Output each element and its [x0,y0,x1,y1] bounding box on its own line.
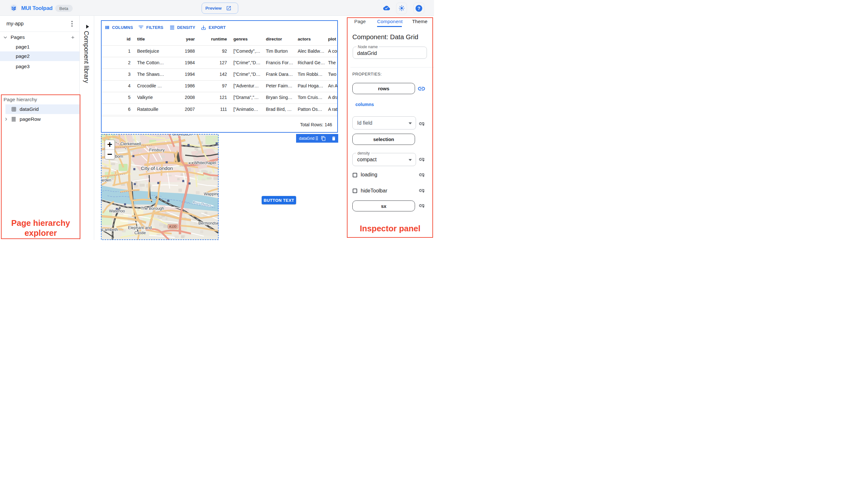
svg-text:?: ? [417,6,421,11]
